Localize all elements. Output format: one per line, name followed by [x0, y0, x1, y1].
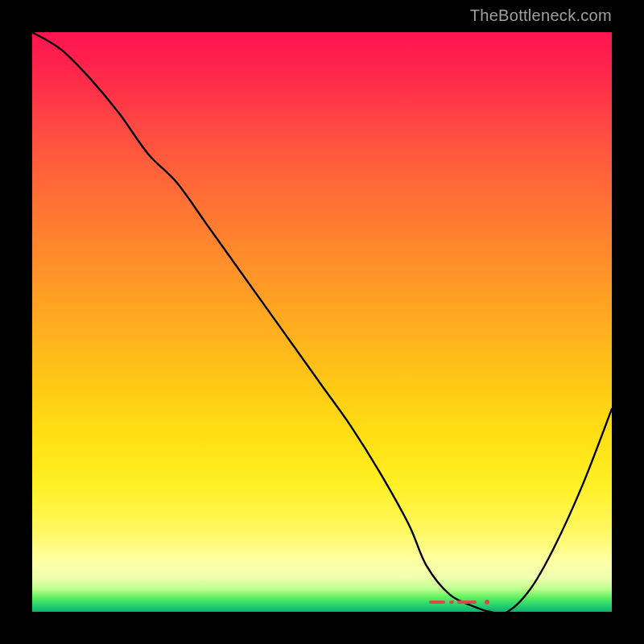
- plot-area: [32, 32, 612, 612]
- bottleneck-curve: [32, 32, 612, 612]
- marker-segment: [449, 601, 454, 604]
- curve-path: [32, 32, 612, 612]
- marker-segment: [429, 601, 445, 604]
- marker-segment: [457, 601, 477, 604]
- chart-stage: TheBottleneck.com: [0, 0, 644, 644]
- marker-dot-icon: [485, 600, 489, 605]
- watermark-label: TheBottleneck.com: [470, 6, 612, 25]
